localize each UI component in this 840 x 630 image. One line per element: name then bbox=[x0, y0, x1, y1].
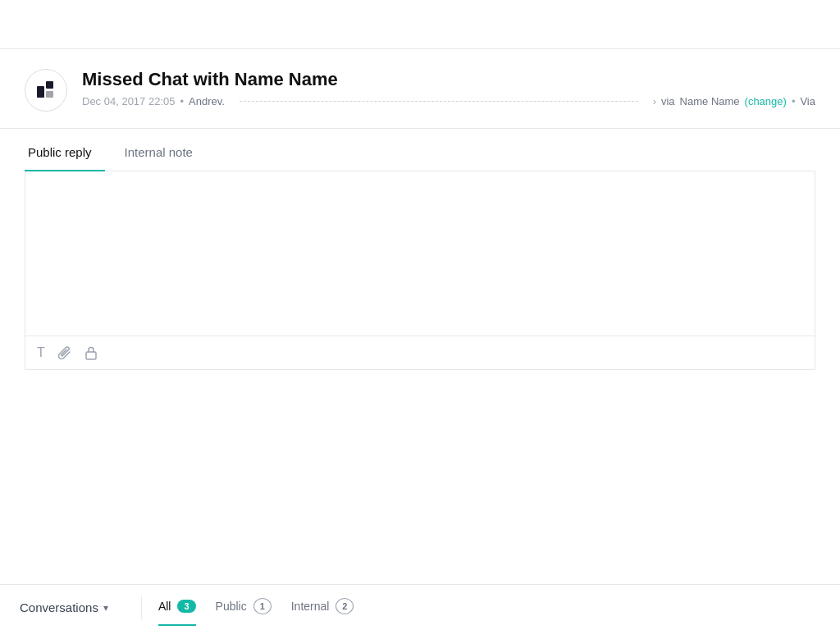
filter-public-label: Public bbox=[216, 600, 247, 613]
ticket-agent: Andrev. bbox=[189, 95, 225, 107]
via-label: via bbox=[661, 95, 675, 107]
attachment-icon[interactable] bbox=[58, 345, 71, 361]
filter-all-badge: 3 bbox=[177, 600, 195, 613]
filter-internal-label: Internal bbox=[291, 600, 330, 613]
ticket-header: Missed Chat with Name Name Dec 04, 2017 … bbox=[0, 49, 840, 129]
meta-dot-1: • bbox=[180, 95, 184, 107]
filter-tab-internal[interactable]: Internal 2 bbox=[291, 598, 354, 618]
ticket-meta: Dec 04, 2017 22:05 • Andrev. › via Name … bbox=[82, 95, 815, 107]
editor-container: T bbox=[25, 171, 815, 370]
via-channel-label: Via bbox=[800, 95, 815, 107]
tab-internal-note[interactable]: Internal note bbox=[121, 135, 206, 171]
filter-all-label: All bbox=[158, 600, 171, 613]
meta-arrow: › bbox=[653, 95, 656, 107]
lock-svg bbox=[84, 345, 98, 360]
paperclip-svg bbox=[58, 345, 71, 361]
meta-separator bbox=[240, 101, 638, 102]
svg-rect-2 bbox=[46, 91, 53, 98]
editor-body[interactable] bbox=[25, 171, 815, 336]
bar-divider bbox=[141, 596, 142, 619]
filter-tab-public[interactable]: Public 1 bbox=[216, 598, 272, 618]
filter-tabs: All 3 Public 1 Internal 2 bbox=[158, 598, 354, 618]
conversations-dropdown[interactable]: Conversations ▾ bbox=[20, 600, 125, 614]
change-link[interactable]: (change) bbox=[745, 95, 787, 107]
avatar bbox=[25, 69, 67, 112]
meta-dot-2: • bbox=[792, 95, 796, 107]
svg-rect-0 bbox=[37, 86, 44, 98]
main-content: Missed Chat with Name Name Dec 04, 2017 … bbox=[0, 49, 840, 630]
via-name: Name Name bbox=[680, 95, 740, 107]
svg-rect-3 bbox=[86, 352, 96, 359]
reply-tabs: Public reply Internal note bbox=[25, 129, 815, 171]
conversations-chevron: ▾ bbox=[103, 602, 108, 614]
ticket-info: Missed Chat with Name Name Dec 04, 2017 … bbox=[82, 69, 815, 107]
ticket-date: Dec 04, 2017 22:05 bbox=[82, 95, 175, 107]
filter-public-badge: 1 bbox=[253, 598, 272, 614]
avatar-logo-icon bbox=[34, 78, 58, 103]
conversations-label: Conversations bbox=[20, 600, 98, 614]
text-format-icon[interactable]: T bbox=[37, 345, 45, 360]
editor-toolbar: T bbox=[25, 336, 815, 369]
bottom-bar: Conversations ▾ All 3 Public 1 Internal … bbox=[0, 584, 840, 630]
tab-public-reply[interactable]: Public reply bbox=[25, 135, 105, 171]
filter-internal-badge: 2 bbox=[336, 598, 354, 614]
svg-rect-1 bbox=[46, 81, 53, 89]
reply-area: Public reply Internal note T bbox=[0, 129, 840, 370]
filter-tab-all[interactable]: All 3 bbox=[158, 600, 196, 616]
lock-icon[interactable] bbox=[84, 345, 98, 360]
ticket-title: Missed Chat with Name Name bbox=[82, 69, 815, 90]
top-bar bbox=[0, 0, 840, 49]
